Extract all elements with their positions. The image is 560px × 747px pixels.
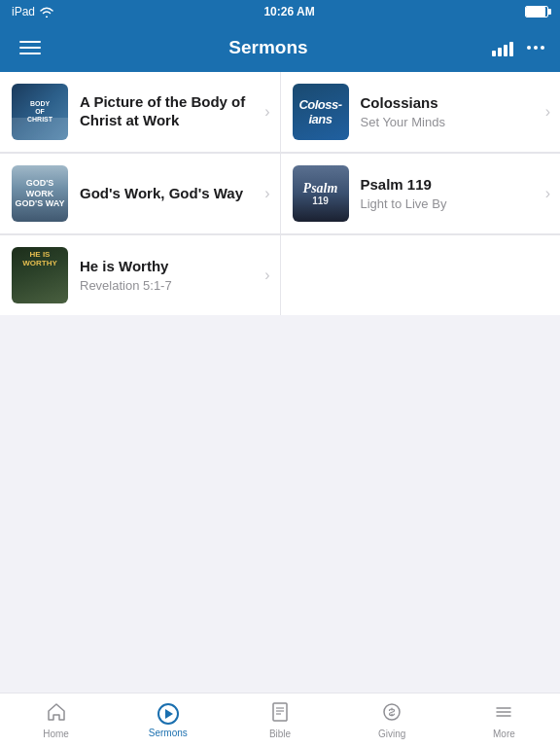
menu-button[interactable] bbox=[16, 37, 45, 58]
sermon-item-2[interactable]: Coloss-ians Colossians Set Your Minds › bbox=[281, 72, 561, 152]
sermon-info-3: God's Work, God's Way bbox=[80, 185, 253, 203]
home-icon bbox=[46, 701, 67, 726]
bible-icon bbox=[269, 701, 291, 726]
sermon-info-2: Colossians Set Your Minds bbox=[361, 94, 534, 129]
tab-bible-label: Bible bbox=[269, 729, 291, 739]
sermon-thumb-5: HE ISWORTHY bbox=[12, 247, 68, 303]
status-left: iPad bbox=[12, 5, 53, 18]
status-right bbox=[525, 6, 548, 18]
battery-fill bbox=[526, 7, 545, 17]
signal-button[interactable] bbox=[492, 39, 513, 56]
empty-cell bbox=[281, 234, 561, 315]
sermon-subtitle-5: Revelation 5:1-7 bbox=[80, 278, 253, 293]
tab-home-label: Home bbox=[43, 729, 69, 739]
sermon-title-5: He is Worthy bbox=[80, 258, 253, 276]
chevron-icon-5: › bbox=[264, 267, 269, 284]
sermon-thumb-4: Psalm 119 bbox=[293, 165, 349, 222]
tab-more-label: More bbox=[493, 729, 515, 739]
more-options-button[interactable] bbox=[527, 46, 544, 50]
sermon-title-2: Colossians bbox=[361, 94, 534, 113]
sermon-thumb-2: Coloss-ians bbox=[293, 84, 349, 140]
nav-right bbox=[492, 39, 544, 56]
tab-giving-label: Giving bbox=[378, 729, 405, 739]
sermon-info-1: A Picture of the Body of Christ at Work bbox=[80, 93, 253, 130]
nav-title: Sermons bbox=[228, 37, 307, 58]
wifi-icon bbox=[40, 6, 53, 18]
signal-bars-icon bbox=[492, 39, 513, 56]
svg-rect-0 bbox=[273, 703, 287, 721]
sermon-subtitle-4: Light to Live By bbox=[361, 196, 534, 211]
tab-sermons-label: Sermons bbox=[149, 728, 188, 738]
giving-icon bbox=[381, 701, 402, 726]
sermon-title-3: God's Work, God's Way bbox=[80, 185, 253, 203]
sermon-subtitle-2: Set Your Minds bbox=[361, 115, 534, 129]
sermon-item-3[interactable]: GOD'SWORKGOD'S WAY God's Work, God's Way… bbox=[0, 153, 280, 233]
chevron-icon-4: › bbox=[545, 185, 550, 202]
status-time: 10:26 AM bbox=[263, 5, 314, 18]
tab-bible[interactable]: Bible bbox=[224, 694, 335, 747]
three-dots-icon bbox=[527, 46, 544, 50]
tab-sermons[interactable]: Sermons bbox=[112, 694, 224, 747]
sermon-info-4: Psalm 119 Light to Live By bbox=[361, 176, 534, 211]
status-bar: iPad 10:26 AM bbox=[0, 0, 560, 23]
sermon-thumb-1: BODYOFCHRIST bbox=[12, 84, 68, 140]
sermon-item-4[interactable]: Psalm 119 Psalm 119 Light to Live By › bbox=[281, 153, 561, 233]
play-circle-icon bbox=[158, 703, 179, 725]
sermon-item-1[interactable]: BODYOFCHRIST A Picture of the Body of Ch… bbox=[0, 72, 280, 152]
sermon-info-5: He is Worthy Revelation 5:1-7 bbox=[80, 258, 253, 293]
battery-icon bbox=[525, 6, 548, 18]
chevron-icon-1: › bbox=[264, 103, 269, 121]
chevron-icon-3: › bbox=[264, 185, 269, 202]
tab-more[interactable]: More bbox=[448, 694, 560, 747]
sermon-title-1: A Picture of the Body of Christ at Work bbox=[80, 93, 253, 130]
sermon-item-5[interactable]: HE ISWORTHY He is Worthy Revelation 5:1-… bbox=[0, 234, 280, 315]
nav-bar: Sermons bbox=[0, 23, 560, 72]
tab-home[interactable]: Home bbox=[0, 694, 112, 747]
carrier-label: iPad bbox=[12, 5, 35, 18]
content-area: BODYOFCHRIST A Picture of the Body of Ch… bbox=[0, 72, 560, 693]
sermon-thumb-3: GOD'SWORKGOD'S WAY bbox=[12, 165, 68, 222]
sermon-title-4: Psalm 119 bbox=[361, 176, 534, 195]
tab-giving[interactable]: Giving bbox=[336, 694, 448, 747]
more-icon bbox=[493, 701, 514, 726]
sermon-grid: BODYOFCHRIST A Picture of the Body of Ch… bbox=[0, 72, 560, 315]
tab-bar: Home Sermons Bible Giving bbox=[0, 693, 560, 747]
chevron-icon-2: › bbox=[545, 103, 550, 121]
